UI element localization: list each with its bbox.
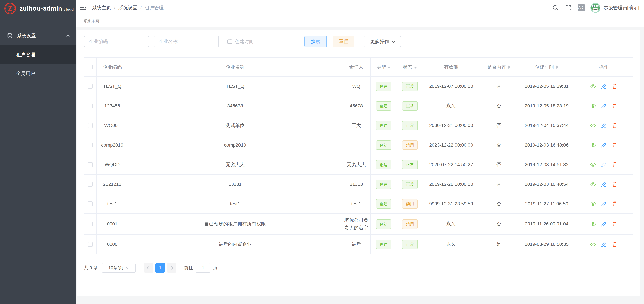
page-size-select[interactable]: 10条/页 [102, 263, 136, 272]
sidebar-collapse-icon[interactable] [80, 5, 87, 11]
column-header-owner[interactable]: 责任人 [342, 58, 370, 76]
sidebar-item-global-users[interactable]: 全局用户 [0, 64, 76, 83]
row-checkbox[interactable] [88, 182, 93, 187]
column-header-actions: 操作 [575, 58, 632, 76]
delete-trash-icon[interactable] [612, 83, 618, 89]
delete-trash-icon[interactable] [612, 241, 618, 247]
goto-page-input[interactable] [196, 263, 210, 272]
main-column: 系统主页 / 系统设置 / 租户管理 A文 [76, 0, 644, 304]
cell-builtin: 否 [479, 175, 518, 194]
sidebar-item-tenant-management[interactable]: 租户管理 [0, 45, 76, 64]
content-card: 搜索 重置 更多操作 企业编码 企业名称 责任人 [77, 30, 640, 296]
edit-pencil-icon[interactable] [601, 221, 607, 227]
view-eye-icon[interactable] [590, 162, 596, 168]
cell-name: 测试单位 [128, 116, 342, 135]
cell-created: 2019-12-03 16:48:06 [518, 135, 575, 155]
filter-icon[interactable] [414, 67, 417, 69]
column-header-created[interactable]: 创建时间 [518, 58, 575, 76]
row-checkbox[interactable] [88, 222, 93, 226]
cell-code: comp2019 [96, 135, 128, 155]
row-checkbox[interactable] [88, 84, 93, 89]
cell-owner [342, 135, 370, 155]
column-header-expire[interactable]: 有效期 [423, 58, 479, 76]
sidebar-item-label: 系统设置 [17, 33, 67, 39]
fullscreen-icon[interactable] [565, 4, 572, 12]
row-checkbox[interactable] [88, 162, 93, 167]
cell-code: TEST_Q [96, 77, 128, 96]
table-body: TEST_Q TEST_Q WQ 创建 正常 2019-12-07 00:00:… [84, 77, 632, 254]
next-page-button[interactable] [167, 263, 176, 272]
delete-trash-icon[interactable] [612, 103, 618, 109]
view-eye-icon[interactable] [590, 221, 596, 227]
cell-owner: 填你公司负责人的名字 [342, 214, 370, 234]
page-number-button[interactable]: 1 [156, 263, 165, 272]
column-header-status[interactable]: 状态 [397, 58, 423, 76]
more-actions-button[interactable]: 更多操作 [364, 36, 401, 47]
app-logo[interactable]: Z zuihou-admin cloud [0, 0, 76, 17]
cell-owner: 最后 [342, 235, 370, 254]
cell-owner: 无穷大大 [342, 155, 370, 174]
sort-icon[interactable] [508, 65, 510, 69]
filter-icon[interactable] [388, 67, 390, 69]
view-eye-icon[interactable] [590, 103, 596, 109]
delete-trash-icon[interactable] [612, 162, 618, 168]
chevron-up-icon [66, 35, 70, 38]
delete-trash-icon[interactable] [612, 221, 618, 227]
reset-button[interactable]: 重置 [333, 36, 354, 47]
sort-icon[interactable] [556, 65, 558, 69]
edit-pencil-icon[interactable] [601, 103, 607, 109]
edit-pencil-icon[interactable] [601, 181, 607, 187]
breadcrumb-system-settings[interactable]: 系统设置 [118, 5, 137, 11]
column-header-name[interactable]: 企业名称 [128, 58, 342, 76]
view-eye-icon[interactable] [590, 201, 596, 207]
company-code-input[interactable] [84, 36, 149, 47]
current-user-name[interactable]: 超级管理员[演示] [604, 5, 639, 11]
view-eye-icon[interactable] [590, 122, 596, 129]
translate-icon[interactable]: A文 [578, 4, 585, 12]
view-eye-icon[interactable] [590, 241, 596, 247]
delete-trash-icon[interactable] [612, 181, 618, 187]
edit-pencil-icon[interactable] [601, 122, 607, 129]
cell-name: 345678 [128, 96, 342, 116]
edit-pencil-icon[interactable] [601, 162, 607, 168]
column-header-builtin[interactable]: 是否内置 [479, 58, 518, 76]
edit-pencil-icon[interactable] [601, 201, 607, 207]
row-checkbox[interactable] [88, 143, 93, 147]
create-time-input[interactable] [224, 36, 296, 47]
view-eye-icon[interactable] [590, 83, 596, 89]
row-checkbox[interactable] [88, 201, 93, 206]
view-eye-icon[interactable] [590, 181, 596, 187]
avatar[interactable] [590, 3, 600, 13]
company-name-input[interactable] [154, 36, 219, 47]
sidebar: Z zuihou-admin cloud 系统设置 租户管理 [0, 0, 76, 304]
delete-trash-icon[interactable] [612, 142, 618, 148]
edit-pencil-icon[interactable] [601, 142, 607, 148]
create-time-picker[interactable] [224, 36, 296, 47]
row-checkbox[interactable] [88, 123, 93, 128]
row-checkbox[interactable] [88, 104, 93, 108]
edit-pencil-icon[interactable] [601, 83, 607, 89]
tab-system-home[interactable]: 系统主页 [76, 16, 107, 27]
view-eye-icon[interactable] [590, 142, 596, 148]
search-icon[interactable] [552, 4, 559, 12]
search-button[interactable]: 搜索 [304, 36, 327, 47]
row-checkbox[interactable] [88, 242, 93, 247]
status-badge: 正常 [402, 240, 418, 249]
cell-expire: 2023-12-22 00:00:00 [423, 135, 479, 155]
cell-name: 自己创建的租户拥有所有权限 [128, 214, 342, 234]
edit-pencil-icon[interactable] [601, 241, 607, 247]
column-header-type[interactable]: 类型 [370, 58, 397, 76]
select-all-checkbox[interactable] [88, 65, 93, 69]
sidebar-item-system-settings[interactable]: 系统设置 [0, 26, 76, 45]
delete-trash-icon[interactable] [612, 201, 618, 207]
cell-created: 2019-12-03 14:51:32 [518, 155, 575, 174]
breadcrumb-home[interactable]: 系统主页 [92, 5, 111, 11]
cell-name: 13131 [128, 175, 342, 194]
cell-expire: 2019-12-07 00:00:00 [423, 77, 479, 96]
chevron-down-icon [392, 39, 395, 43]
column-header-code[interactable]: 企业编码 [96, 58, 128, 76]
prev-page-button[interactable] [144, 263, 154, 272]
delete-trash-icon[interactable] [612, 122, 618, 129]
logo-icon: Z [4, 3, 16, 14]
app-root: Z zuihou-admin cloud 系统设置 租户管理 [0, 0, 644, 304]
